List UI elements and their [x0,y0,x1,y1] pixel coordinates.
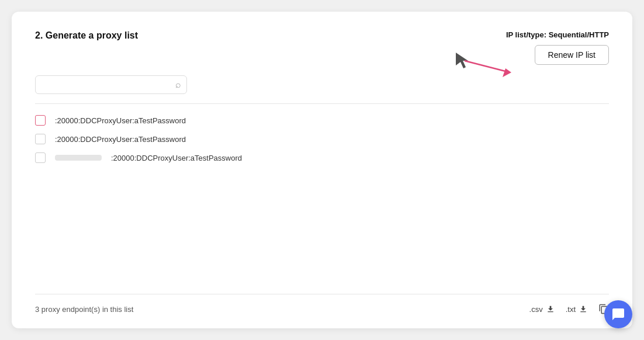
download-icon [579,304,588,314]
proxy-list: :20000:DDCProxyUser:aTestPassword :20000… [35,111,609,294]
proxy-row: :20000:DDCProxyUser:aTestPassword [35,148,609,167]
proxy-entry-3: :20000:DDCProxyUser:aTestPassword [111,154,242,162]
ip-type-area: IP list/type: Sequential/HTTP Renew IP l… [506,30,609,65]
divider [35,103,609,104]
row-checkbox-2[interactable] [35,134,46,144]
proxy-ip-placeholder [55,155,102,161]
download-icon [546,304,555,314]
txt-label: .txt [566,305,576,314]
footer-actions: .csv .txt [529,304,609,314]
proxy-row: :20000:DDCProxyUser:aTestPassword [35,130,609,148]
row-checkbox-3[interactable] [35,152,46,163]
renew-ip-list-button[interactable]: Renew IP list [535,45,609,65]
section-title: 2. Generate a proxy list [35,30,138,41]
txt-download-button[interactable]: .txt [566,304,588,314]
proxy-list-card: 2. Generate a proxy list IP list/type: S… [12,12,632,328]
footer-row: 3 proxy endpoint(s) in this list .csv .t… [35,294,609,314]
ip-type-label: IP list/type: Sequential/HTTP [506,30,609,39]
header-row: 2. Generate a proxy list IP list/type: S… [35,30,609,65]
proxy-count-label: 3 proxy endpoint(s) in this list [35,305,133,314]
chat-bubble[interactable] [604,300,632,328]
csv-label: .csv [529,305,543,314]
search-row: ⌕ [35,75,609,94]
search-input[interactable] [35,75,187,94]
row-checkbox-1[interactable] [35,115,46,126]
proxy-entry-1: :20000:DDCProxyUser:aTestPassword [55,116,186,125]
proxy-row: :20000:DDCProxyUser:aTestPassword [35,111,609,130]
search-input-wrap: ⌕ [35,75,187,94]
proxy-entry-2: :20000:DDCProxyUser:aTestPassword [55,135,186,144]
csv-download-button[interactable]: .csv [529,304,555,314]
chat-icon [611,307,625,321]
